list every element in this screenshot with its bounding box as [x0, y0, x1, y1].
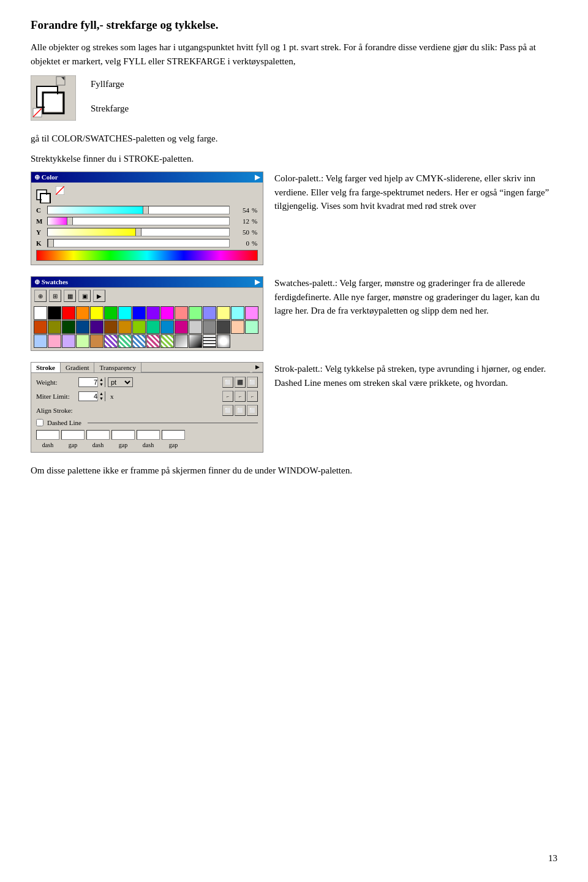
swatch-item[interactable]	[48, 320, 61, 334]
m-bar[interactable]	[47, 217, 230, 225]
swatch-item[interactable]	[90, 306, 104, 320]
weight-unit-select[interactable]: pt px mm	[108, 377, 133, 387]
swatch-item[interactable]	[34, 306, 47, 320]
tab-gradient[interactable]: Gradient	[61, 363, 94, 372]
tab-stroke[interactable]: Stroke	[31, 363, 61, 372]
swatch-item[interactable]	[76, 320, 89, 334]
swatch-item[interactable]	[132, 320, 146, 334]
swatch-special[interactable]	[189, 334, 202, 348]
join-btn-3[interactable]: ⌐	[247, 391, 258, 402]
align-btn-1[interactable]: ⬜	[222, 405, 233, 416]
swatch-item[interactable]	[146, 306, 160, 320]
color-palette-row: ⊕ Color ▶ C	[31, 172, 557, 265]
swatches-tool-4[interactable]: ▣	[78, 290, 91, 302]
gap-label-2: gap	[111, 442, 135, 448]
dash-label-2: dash	[86, 442, 110, 448]
miter-label: Miter Limit:	[36, 393, 76, 400]
dash-input-3[interactable]	[137, 430, 160, 440]
cap-btn-1[interactable]: ⬜	[222, 377, 233, 388]
swatch-item[interactable]	[104, 306, 118, 320]
y-bar[interactable]	[47, 228, 230, 236]
swatch-item[interactable]	[76, 334, 89, 348]
dashed-line-checkbox[interactable]	[36, 419, 43, 426]
swatch-item[interactable]	[90, 334, 104, 348]
stroke-expand-btn[interactable]: ▶	[252, 363, 263, 372]
swatches-tool-target[interactable]: ⊕	[34, 290, 47, 302]
gap-input-3[interactable]	[162, 430, 185, 440]
dash-input-1[interactable]	[36, 430, 59, 440]
miter-spin-up[interactable]: ▲	[97, 391, 105, 396]
miter-spin-down[interactable]: ▼	[97, 396, 105, 401]
swatch-item[interactable]	[160, 320, 174, 334]
weight-input[interactable]	[79, 379, 97, 386]
swatch-special[interactable]	[203, 334, 216, 348]
swatch-item[interactable]	[132, 306, 146, 320]
miter-input[interactable]	[79, 393, 97, 400]
swatch-item[interactable]	[104, 320, 118, 334]
align-btn-2[interactable]: ⬜	[235, 405, 246, 416]
miter-spinbox[interactable]: ▲ ▼	[78, 391, 105, 401]
color-spectrum[interactable]	[36, 250, 258, 261]
weight-spin-up[interactable]: ▲	[97, 377, 105, 382]
k-bar[interactable]	[47, 239, 230, 247]
swatch-item[interactable]	[118, 334, 132, 348]
color-palette-widget: ⊕ Color ▶ C	[31, 172, 263, 265]
swatches-expand[interactable]: ▶	[255, 278, 260, 286]
swatch-item[interactable]	[203, 306, 216, 320]
miter-suffix: x	[110, 393, 114, 400]
swatch-item[interactable]	[160, 306, 174, 320]
swatches-tool-3[interactable]: ▦	[64, 290, 76, 302]
swatch-special[interactable]	[217, 334, 230, 348]
gap-input-1[interactable]	[61, 430, 85, 440]
swatches-tool-2[interactable]: ⊞	[49, 290, 61, 302]
weight-spin-down[interactable]: ▼	[97, 382, 105, 387]
swatch-item[interactable]	[175, 320, 188, 334]
dash-label-3: dash	[137, 442, 160, 448]
swatch-item[interactable]	[189, 306, 202, 320]
toolbar-icon-area	[31, 75, 80, 124]
page-title: Forandre fyll,- strekfarge og tykkelse.	[31, 18, 557, 32]
c-label: C	[36, 206, 45, 214]
swatch-item[interactable]	[231, 320, 244, 334]
swatch-item[interactable]	[146, 320, 160, 334]
swatch-item[interactable]	[245, 306, 258, 320]
c-bar[interactable]	[47, 206, 230, 214]
swatch-item[interactable]	[62, 334, 75, 348]
swatch-item[interactable]	[34, 320, 47, 334]
swatch-item[interactable]	[175, 306, 188, 320]
swatch-item[interactable]	[217, 306, 230, 320]
swatch-item[interactable]	[160, 334, 174, 348]
tab-transparency[interactable]: Transparency	[94, 363, 141, 372]
swatch-item[interactable]	[90, 320, 104, 334]
swatch-special[interactable]	[175, 334, 188, 348]
swatch-item[interactable]	[231, 306, 244, 320]
swatch-item[interactable]	[62, 320, 75, 334]
swatch-item[interactable]	[189, 320, 202, 334]
k-percent: %	[252, 239, 258, 247]
swatches-tool-expand[interactable]: ▶	[93, 290, 105, 302]
swatch-item[interactable]	[217, 320, 230, 334]
weight-spinbox[interactable]: ▲ ▼	[78, 377, 105, 387]
join-btn-1[interactable]: ⌐	[222, 391, 233, 402]
gap-input-2[interactable]	[111, 430, 135, 440]
swatch-item[interactable]	[245, 320, 258, 334]
color-palette-expand[interactable]: ▶	[255, 173, 260, 181]
swatches-palette-desc: Swatches-palett.: Velg farger, mønstre o…	[274, 276, 557, 318]
swatch-item[interactable]	[76, 306, 89, 320]
swatch-item[interactable]	[203, 320, 216, 334]
swatch-item[interactable]	[104, 334, 118, 348]
swatch-item[interactable]	[34, 334, 47, 348]
cap-btn-2[interactable]: ⬛	[235, 377, 246, 388]
swatch-item[interactable]	[118, 320, 132, 334]
swatch-item[interactable]	[62, 306, 75, 320]
toolbar-labels: Fyllfarge Strekfarge	[91, 74, 129, 118]
swatch-item[interactable]	[118, 306, 132, 320]
swatch-item[interactable]	[48, 306, 61, 320]
swatch-item[interactable]	[146, 334, 160, 348]
swatch-item[interactable]	[48, 334, 61, 348]
swatch-item[interactable]	[132, 334, 146, 348]
join-btn-2[interactable]: ⌐	[235, 391, 246, 402]
cap-btn-3[interactable]: ⬜	[247, 377, 258, 388]
dash-input-2[interactable]	[86, 430, 110, 440]
align-btn-3[interactable]: ⬜	[247, 405, 258, 416]
